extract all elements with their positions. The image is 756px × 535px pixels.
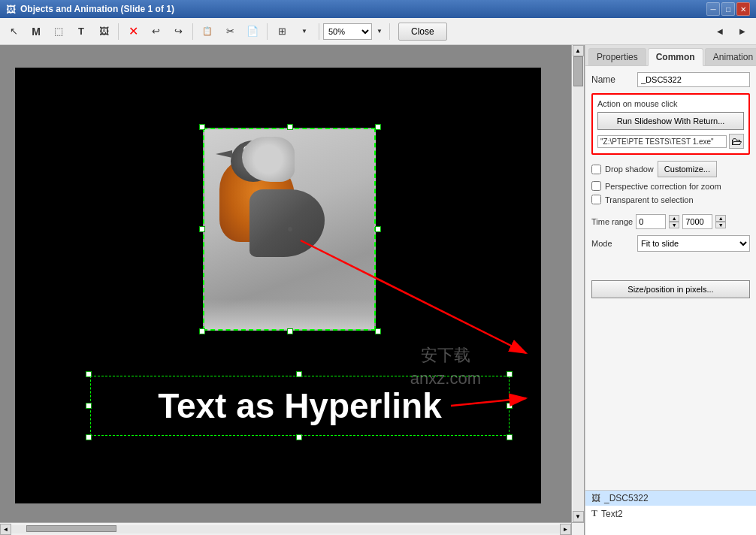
zoom-select[interactable]: 50% 25% 75% 100% bbox=[323, 23, 372, 40]
transparent-checkbox[interactable] bbox=[591, 195, 601, 204]
maximize-button[interactable]: □ bbox=[721, 2, 735, 16]
undo-button[interactable]: ↩ bbox=[145, 21, 166, 42]
object-label-text2: Text2 bbox=[601, 509, 623, 519]
cut-button[interactable]: ✂ bbox=[219, 21, 240, 42]
tab-common[interactable]: Common bbox=[648, 48, 703, 66]
panel-content: Name Action on mouse click Run Slideshow… bbox=[585, 66, 756, 490]
time-start-down-btn[interactable]: ▼ bbox=[669, 222, 679, 228]
object-list: 🖼 _DSC5322 T Text2 bbox=[585, 490, 756, 535]
tab-properties[interactable]: Properties bbox=[588, 48, 646, 65]
run-slideshow-button[interactable]: Run Slideshow With Return... bbox=[597, 112, 744, 130]
separator-4 bbox=[319, 23, 319, 40]
vertical-scrollbar[interactable]: ▲ ▼ bbox=[571, 45, 584, 522]
perspective-checkbox[interactable] bbox=[591, 181, 601, 191]
time-start-up-btn[interactable]: ▲ bbox=[669, 215, 679, 222]
time-end-down-btn[interactable]: ▼ bbox=[715, 222, 726, 228]
title-bar: 🖼 Objects and Animation (Slide 1 of 1) ─… bbox=[0, 0, 756, 18]
bird-image[interactable] bbox=[203, 128, 376, 331]
time-start-input[interactable] bbox=[636, 214, 666, 229]
paste-button[interactable]: 📄 bbox=[242, 21, 263, 42]
customize-button[interactable]: Customize... bbox=[658, 161, 717, 177]
grid-options-button[interactable]: ▼ bbox=[294, 21, 315, 42]
object-icon-image: 🖼 bbox=[591, 493, 600, 503]
window-title: Objects and Animation (Slide 1 of 1) bbox=[20, 4, 702, 14]
scroll-thumb-v[interactable] bbox=[573, 56, 583, 86]
action-path-row: "Z:\PTE\PTE TESTS\TEST 1.exe" 🗁 bbox=[597, 134, 744, 149]
scroll-down-button[interactable]: ▼ bbox=[573, 511, 584, 522]
drop-shadow-label: Drop shadow bbox=[605, 165, 654, 174]
separator-5 bbox=[389, 23, 390, 40]
separator-1 bbox=[118, 23, 119, 40]
move-tool-button[interactable]: M bbox=[26, 21, 47, 42]
transparent-row: Transparent to selection bbox=[591, 195, 750, 204]
scroll-up-button[interactable]: ▲ bbox=[573, 45, 584, 56]
tab-animation[interactable]: Animation bbox=[705, 48, 756, 65]
time-end-up-btn[interactable]: ▲ bbox=[715, 215, 726, 222]
time-end-input[interactable] bbox=[682, 214, 712, 229]
mode-row: Mode Fit to slide Stretch to slide Origi… bbox=[591, 235, 750, 252]
canvas-area[interactable]: Text as Hyperlink 安下载anxz.com bbox=[0, 45, 585, 535]
delete-button[interactable]: ✕ bbox=[122, 21, 144, 42]
grid-button[interactable]: ⊞ bbox=[271, 21, 292, 42]
object-item-dsc5322[interactable]: 🖼 _DSC5322 bbox=[585, 491, 756, 506]
name-input[interactable] bbox=[637, 72, 750, 87]
prev-nav-button[interactable]: ◀ bbox=[709, 21, 730, 42]
object-label-dsc5322: _DSC5322 bbox=[604, 493, 649, 503]
copy-props-button[interactable]: 📋 bbox=[197, 21, 218, 42]
scrollbar-corner bbox=[571, 522, 584, 535]
app-icon: 🖼 bbox=[6, 4, 16, 15]
action-box-label: Action on mouse click bbox=[597, 99, 744, 108]
perspective-row: Perspective correction for zoom bbox=[591, 181, 750, 191]
mode-select[interactable]: Fit to slide Stretch to slide Original s… bbox=[637, 235, 750, 252]
pointer-tool-button[interactable]: ↖ bbox=[3, 21, 24, 42]
next-nav-button[interactable]: ▶ bbox=[732, 21, 753, 42]
size-position-button[interactable]: Size/position in pixels... bbox=[591, 280, 750, 298]
scroll-track-v bbox=[573, 56, 584, 511]
main-layout: Text as Hyperlink 安下载anxz.com bbox=[0, 45, 756, 535]
object-item-text2[interactable]: T Text2 bbox=[585, 506, 756, 521]
zoom-dropdown-button[interactable]: ▼ bbox=[373, 21, 386, 42]
separator-3 bbox=[267, 23, 268, 40]
action-path-display: "Z:\PTE\PTE TESTS\TEST 1.exe" bbox=[597, 135, 727, 148]
window-controls: ─ □ ✕ bbox=[706, 2, 750, 16]
object-icon-text: T bbox=[591, 508, 597, 519]
close-button[interactable]: Close bbox=[398, 23, 447, 41]
separator-2 bbox=[192, 23, 193, 40]
time-range-label: Time range bbox=[591, 217, 633, 226]
scroll-thumb-h[interactable] bbox=[26, 525, 116, 532]
crop-tool-button[interactable]: ⬚ bbox=[48, 21, 69, 42]
perspective-label: Perspective correction for zoom bbox=[605, 182, 721, 191]
drop-shadow-checkbox[interactable] bbox=[591, 165, 601, 174]
scroll-right-button[interactable]: ► bbox=[560, 524, 571, 535]
scroll-left-button[interactable]: ◄ bbox=[0, 524, 11, 535]
name-row: Name bbox=[591, 72, 750, 87]
image-tool-button[interactable]: 🖼 bbox=[93, 21, 114, 42]
panel-tabs: Properties Common Animation bbox=[585, 45, 756, 66]
slide-canvas: Text as Hyperlink 安下载anxz.com bbox=[15, 68, 541, 503]
redo-button[interactable]: ↪ bbox=[168, 21, 189, 42]
drop-shadow-row: Drop shadow Customize... bbox=[591, 161, 750, 177]
browse-button[interactable]: 🗁 bbox=[729, 134, 744, 149]
action-on-click-box: Action on mouse click Run Slideshow With… bbox=[591, 93, 750, 155]
name-label: Name bbox=[591, 74, 633, 85]
text-tool-button[interactable]: T bbox=[71, 21, 92, 42]
watermark: 安下载anxz.com bbox=[410, 344, 481, 391]
right-panel: Properties Common Animation Name Action … bbox=[585, 45, 756, 535]
time-range-row: Time range ▲ ▼ ▲ ▼ bbox=[591, 214, 750, 229]
close-window-button[interactable]: ✕ bbox=[736, 2, 750, 16]
time-end-spinner: ▲ ▼ bbox=[715, 215, 726, 228]
scroll-track-h bbox=[11, 525, 560, 533]
toolbar: ↖ M ⬚ T 🖼 ✕ ↩ ↪ 📋 ✂ 📄 ⊞ ▼ 50% 25% 75% 10… bbox=[0, 18, 756, 45]
mode-label: Mode bbox=[591, 239, 633, 248]
time-start-spinner: ▲ ▼ bbox=[669, 215, 679, 228]
minimize-button[interactable]: ─ bbox=[706, 2, 720, 16]
horizontal-scrollbar[interactable]: ◄ ► bbox=[0, 522, 571, 535]
transparent-label: Transparent to selection bbox=[605, 195, 694, 204]
